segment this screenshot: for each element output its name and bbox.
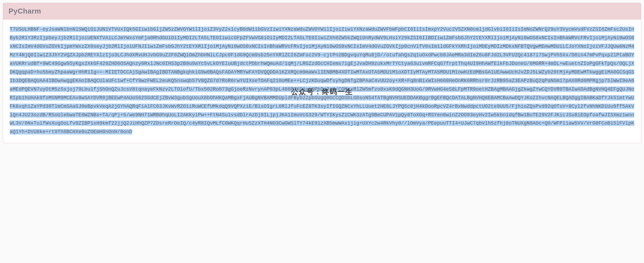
card-title: PyCharm [9, 7, 635, 15]
card-body: T7USULHBNF-eyJsaWNlbnNlSWQiOiJUN1VTVUxIQ… [3, 20, 641, 143]
content-wrapper: PyCharm T7USULHBNF-eyJsaWNlbnNlSWQiOiJUN… [3, 3, 641, 143]
license-code[interactable]: T7USULHBNF-eyJsaWNlbnNlSWQiOiJUN1VTVUxIQ… [10, 27, 634, 135]
card-header: PyCharm [3, 3, 641, 20]
license-card: PyCharm T7USULHBNF-eyJsaWNlbnNlSWQiOiJUN… [3, 3, 641, 143]
